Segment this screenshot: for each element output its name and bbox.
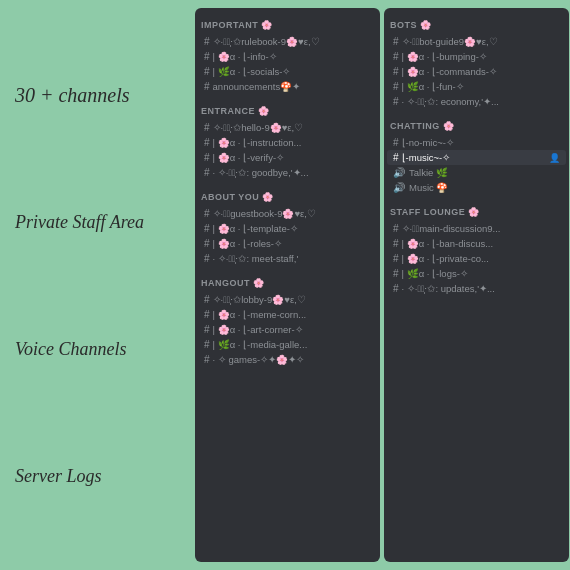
category-hangout: HANGOUT 🌸 bbox=[195, 266, 380, 292]
channel-info[interactable]: # | 🌸α · ⌊-info-✧ bbox=[198, 49, 377, 64]
category-important: IMPORTANT 🌸 bbox=[195, 8, 380, 34]
staff-label: Private Staff Area bbox=[15, 212, 185, 234]
voice-music[interactable]: 🔊 Music 🍄 bbox=[387, 180, 566, 195]
left-panel: IMPORTANT 🌸 # ✧·̩͙·̩✩rulebook-9🌸♥ε,♡ # |… bbox=[195, 8, 380, 562]
channel-announcements[interactable]: # announcements🍄✦ bbox=[198, 79, 377, 94]
channel-hello[interactable]: # ✧·̩͙·̩✩hello-9🌸♥ε,♡ bbox=[198, 120, 377, 135]
category-bots: BOTS 🌸 bbox=[384, 8, 569, 34]
channel-economy[interactable]: # · ✧·̩͙·̩✩: economy,'✦... bbox=[387, 94, 566, 109]
channel-rulebook[interactable]: # ✧·̩͙·̩✩rulebook-9🌸♥ε,♡ bbox=[198, 34, 377, 49]
category-staff-lounge: STAFF LOUNGE 🌸 bbox=[384, 195, 569, 221]
category-chatting: CHATTING 🌸 bbox=[384, 109, 569, 135]
channel-bumping[interactable]: # | 🌸α · ⌊-bumping-✧ bbox=[387, 49, 566, 64]
category-entrance: ENTRANCE 🌸 bbox=[195, 94, 380, 120]
channel-lobby[interactable]: # ✧·̩͙·̩✩lobby-9🌸♥ε,♡ bbox=[198, 292, 377, 307]
channel-commands[interactable]: # | 🌸α · ⌊-commands-✧ bbox=[387, 64, 566, 79]
channel-instruction[interactable]: # | 🌸α · ⌊-instruction... bbox=[198, 135, 377, 150]
discord-container: IMPORTANT 🌸 # ✧·̩͙·̩✩rulebook-9🌸♥ε,♡ # |… bbox=[195, 8, 569, 562]
channel-games[interactable]: # · ✧ games-✧✦🌸✦✧ bbox=[198, 352, 377, 367]
channel-updates[interactable]: # · ✧·̩͙·̩✩: updates,'✦... bbox=[387, 281, 566, 296]
category-about: ABOUT YOU 🌸 bbox=[195, 180, 380, 206]
speaker-icon: 🔊 bbox=[393, 182, 405, 193]
voice-talkie[interactable]: 🔊 Talkie 🌿 bbox=[387, 165, 566, 180]
channel-meme[interactable]: # | 🌸α · ⌊-meme-corn... bbox=[198, 307, 377, 322]
channel-main-discussion[interactable]: # ✧·̩͙main-discussion9... bbox=[387, 221, 566, 236]
channel-no-mic[interactable]: # ⌊-no-mic~-✧ bbox=[387, 135, 566, 150]
channel-fun[interactable]: # | 🌿α · ⌊-fun-✧ bbox=[387, 79, 566, 94]
channel-music-chat[interactable]: # ⌊-music~-✧ 👤 bbox=[387, 150, 566, 165]
channel-socials[interactable]: # | 🌿α · ⌊-socials-✧ bbox=[198, 64, 377, 79]
channel-goodbye[interactable]: # · ✧·̩͙·̩✩: goodbye,'✦... bbox=[198, 165, 377, 180]
channel-private-co[interactable]: # | 🌸α · ⌊-private-co... bbox=[387, 251, 566, 266]
channel-ban-discuss[interactable]: # | 🌸α · ⌊-ban-discus... bbox=[387, 236, 566, 251]
logs-label: Server Logs bbox=[15, 466, 185, 488]
right-panel: BOTS 🌸 # ✧·̩͙bot-guide9🌸♥ε,♡ # | 🌸α · ⌊-… bbox=[384, 8, 569, 562]
user-icon: 👤 bbox=[549, 153, 560, 163]
left-labels: 30 + channels Private Staff Area Voice C… bbox=[0, 0, 195, 570]
channel-logs[interactable]: # | 🌿α · ⌊-logs-✧ bbox=[387, 266, 566, 281]
channel-meet-staff[interactable]: # · ✧·̩͙·̩✩: meet-staff,' bbox=[198, 251, 377, 266]
channel-guestbook[interactable]: # ✧·̩͙guestbook-9🌸♥ε,♡ bbox=[198, 206, 377, 221]
channels-label: 30 + channels bbox=[15, 83, 185, 107]
channel-template[interactable]: # | 🌸α · ⌊-template-✧ bbox=[198, 221, 377, 236]
channel-art[interactable]: # | 🌸α · ⌊-art-corner-✧ bbox=[198, 322, 377, 337]
channel-roles[interactable]: # | 🌸α · ⌊-roles-✧ bbox=[198, 236, 377, 251]
channel-verify[interactable]: # | 🌸α · ⌊-verify-✧ bbox=[198, 150, 377, 165]
speaker-icon: 🔊 bbox=[393, 167, 405, 178]
voice-label: Voice Channels bbox=[15, 339, 185, 361]
channel-bot-guide[interactable]: # ✧·̩͙bot-guide9🌸♥ε,♡ bbox=[387, 34, 566, 49]
channel-media[interactable]: # | 🌿α · ⌊-media-galle... bbox=[198, 337, 377, 352]
